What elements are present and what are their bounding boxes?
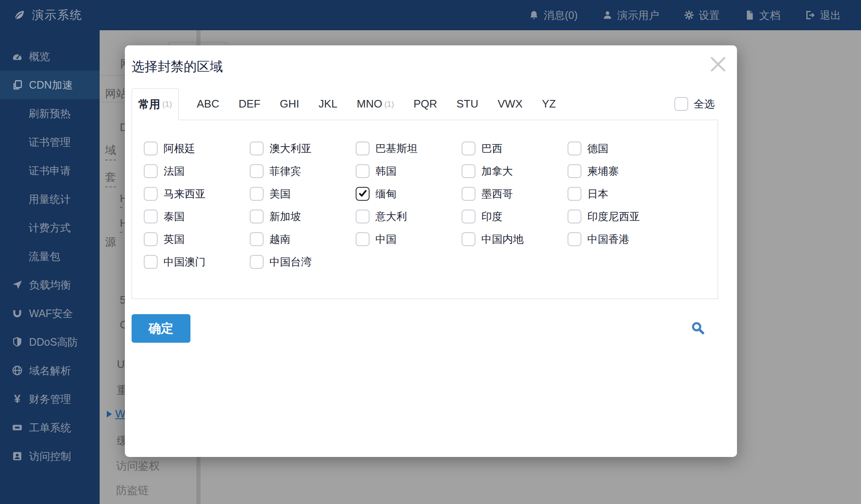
region-checkbox-brazil[interactable]: 巴西 bbox=[462, 142, 568, 155]
region-checkbox-philippines[interactable]: 菲律宾 bbox=[250, 164, 356, 178]
sidebar-item-waf-security[interactable]: WAF安全 bbox=[0, 299, 100, 328]
region-checkbox-hong-kong[interactable]: 中国香港 bbox=[568, 232, 673, 246]
nav-item-settings[interactable]: 设置 bbox=[684, 8, 720, 22]
checkbox-icon bbox=[356, 232, 370, 246]
nav-item-logout[interactable]: 退出 bbox=[805, 8, 841, 22]
nav-item-messages[interactable]: 消息(0) bbox=[528, 8, 578, 22]
region-checkbox-macau[interactable]: 中国澳门 bbox=[144, 255, 250, 269]
sidebar-item-ddos-protection[interactable]: DDoS高防 bbox=[0, 328, 100, 356]
region-checkbox-uk[interactable]: 英国 bbox=[144, 232, 250, 246]
region-label: 泰国 bbox=[164, 210, 185, 223]
region-checkbox-pakistan[interactable]: 巴基斯坦 bbox=[356, 142, 462, 155]
sidebar-item-refresh-preheat[interactable]: 刷新预热 bbox=[0, 99, 100, 128]
tab-common[interactable]: 常用(1) bbox=[132, 88, 179, 120]
region-checkbox-taiwan[interactable]: 中国台湾 bbox=[250, 255, 356, 269]
region-panel: 阿根廷澳大利亚巴基斯坦巴西德国法国菲律宾韩国加拿大柬埔寨马来西亚美国缅甸墨西哥日… bbox=[132, 120, 718, 299]
sidebar-item-load-balancing[interactable]: 负载均衡 bbox=[0, 270, 100, 299]
sidebar-item-cdn-acceleration[interactable]: CDN加速 bbox=[0, 71, 100, 99]
region-grid: 阿根廷澳大利亚巴基斯坦巴西德国法国菲律宾韩国加拿大柬埔寨马来西亚美国缅甸墨西哥日… bbox=[144, 137, 718, 273]
brand[interactable]: 演示系统 bbox=[0, 7, 82, 23]
region-checkbox-japan[interactable]: 日本 bbox=[568, 187, 673, 201]
region-checkbox-vietnam[interactable]: 越南 bbox=[250, 232, 356, 246]
region-checkbox-germany[interactable]: 德国 bbox=[568, 142, 673, 155]
checkbox-icon bbox=[250, 210, 264, 223]
sidebar-item-access-control[interactable]: 访问控制 bbox=[0, 442, 100, 470]
sidebar-item-label: 刷新预热 bbox=[29, 107, 71, 121]
nav-item-user[interactable]: 演示用户 bbox=[602, 8, 659, 22]
sidebar-item-label: 证书申请 bbox=[29, 164, 71, 178]
region-checkbox-thailand[interactable]: 泰国 bbox=[144, 210, 250, 223]
select-all-checkbox[interactable]: 全选 bbox=[674, 88, 718, 120]
region-tabs: 常用(1)ABCDEFGHIJKLMNO(1)PQRSTUVWXYZ全选 bbox=[132, 88, 718, 120]
checkbox-icon bbox=[568, 210, 581, 223]
tab-abc[interactable]: ABC bbox=[187, 88, 229, 120]
region-checkbox-usa[interactable]: 美国 bbox=[250, 187, 356, 201]
search-icon[interactable] bbox=[690, 320, 706, 336]
tab-pqr[interactable]: PQR bbox=[404, 88, 446, 120]
tab-mno[interactable]: MNO(1) bbox=[347, 88, 404, 120]
leaf-logo-icon bbox=[13, 8, 26, 22]
region-checkbox-france[interactable]: 法国 bbox=[144, 164, 250, 178]
region-checkbox-argentina[interactable]: 阿根廷 bbox=[144, 142, 250, 155]
sidebar-item-finance-management[interactable]: ¥财务管理 bbox=[0, 385, 100, 413]
tab-jkl[interactable]: JKL bbox=[309, 88, 347, 120]
region-label: 柬埔寨 bbox=[587, 164, 619, 178]
region-checkbox-mexico[interactable]: 墨西哥 bbox=[462, 187, 568, 201]
checkbox-icon bbox=[568, 142, 581, 155]
nav-item-docs[interactable]: 文档 bbox=[744, 8, 780, 22]
region-label: 中国内地 bbox=[481, 232, 523, 246]
checkbox-icon bbox=[144, 142, 158, 155]
gauge-icon bbox=[12, 51, 23, 62]
checked-checkbox-icon bbox=[356, 187, 370, 201]
checkbox-icon bbox=[250, 164, 264, 178]
top-navbar: 演示系统 消息(0)演示用户设置文档退出 bbox=[0, 0, 861, 30]
sidebar-item-dns-resolution[interactable]: 域名解析 bbox=[0, 356, 100, 385]
tab-yz[interactable]: YZ bbox=[532, 88, 565, 120]
sidebar-item-billing-method[interactable]: 计费方式 bbox=[0, 213, 100, 242]
copy-icon bbox=[12, 79, 23, 90]
region-label: 中国台湾 bbox=[269, 255, 312, 269]
sidebar-item-cert-management[interactable]: 证书管理 bbox=[0, 128, 100, 156]
region-checkbox-china-mainland[interactable]: 中国内地 bbox=[462, 232, 568, 246]
region-checkbox-canada[interactable]: 加拿大 bbox=[462, 164, 568, 178]
sidebar-item-traffic-package[interactable]: 流量包 bbox=[0, 242, 100, 270]
modal-title: 选择封禁的区域 bbox=[132, 45, 730, 76]
navbar-menu: 消息(0)演示用户设置文档退出 bbox=[528, 8, 861, 22]
tab-def[interactable]: DEF bbox=[229, 88, 270, 120]
region-checkbox-myanmar[interactable]: 缅甸 bbox=[356, 187, 462, 201]
tab-ghi[interactable]: GHI bbox=[270, 88, 309, 120]
region-checkbox-cambodia[interactable]: 柬埔寨 bbox=[568, 164, 673, 178]
checkbox-icon bbox=[462, 142, 475, 155]
region-label: 越南 bbox=[269, 232, 291, 246]
region-checkbox-italy[interactable]: 意大利 bbox=[356, 210, 462, 223]
checkbox-icon bbox=[356, 142, 370, 155]
sidebar-item-usage-stats[interactable]: 用量统计 bbox=[0, 185, 100, 213]
tab-vwx[interactable]: VWX bbox=[488, 88, 532, 120]
region-checkbox-malaysia[interactable]: 马来西亚 bbox=[144, 187, 250, 201]
sidebar-item-cert-apply[interactable]: 证书申请 bbox=[0, 156, 100, 185]
region-checkbox-india[interactable]: 印度 bbox=[462, 210, 568, 223]
tab-stu[interactable]: STU bbox=[447, 88, 488, 120]
checkbox-icon bbox=[568, 232, 581, 246]
nav-item-label: 文档 bbox=[759, 8, 780, 22]
nav-item-label: 消息(0) bbox=[544, 8, 578, 22]
select-all-label: 全选 bbox=[694, 97, 715, 111]
sidebar-item-ticket-system[interactable]: 工单系统 bbox=[0, 413, 100, 442]
checkbox-icon bbox=[144, 187, 158, 201]
region-checkbox-china[interactable]: 中国 bbox=[356, 232, 462, 246]
region-checkbox-south-korea[interactable]: 韩国 bbox=[356, 164, 462, 178]
checkbox-icon bbox=[250, 232, 264, 246]
region-checkbox-singapore[interactable]: 新加坡 bbox=[250, 210, 356, 223]
region-label: 日本 bbox=[587, 187, 608, 201]
checkbox-icon bbox=[674, 97, 688, 111]
region-label: 德国 bbox=[587, 142, 608, 155]
sidebar-item-overview[interactable]: 概览 bbox=[0, 42, 100, 71]
region-label: 中国澳门 bbox=[164, 255, 206, 269]
region-checkbox-australia[interactable]: 澳大利亚 bbox=[250, 142, 356, 155]
gear-icon bbox=[684, 10, 695, 21]
region-checkbox-indonesia[interactable]: 印度尼西亚 bbox=[568, 210, 673, 223]
confirm-button[interactable]: 确定 bbox=[132, 314, 190, 343]
nav-item-label: 退出 bbox=[820, 8, 841, 22]
region-label: 墨西哥 bbox=[481, 187, 513, 201]
close-icon[interactable] bbox=[708, 54, 729, 75]
